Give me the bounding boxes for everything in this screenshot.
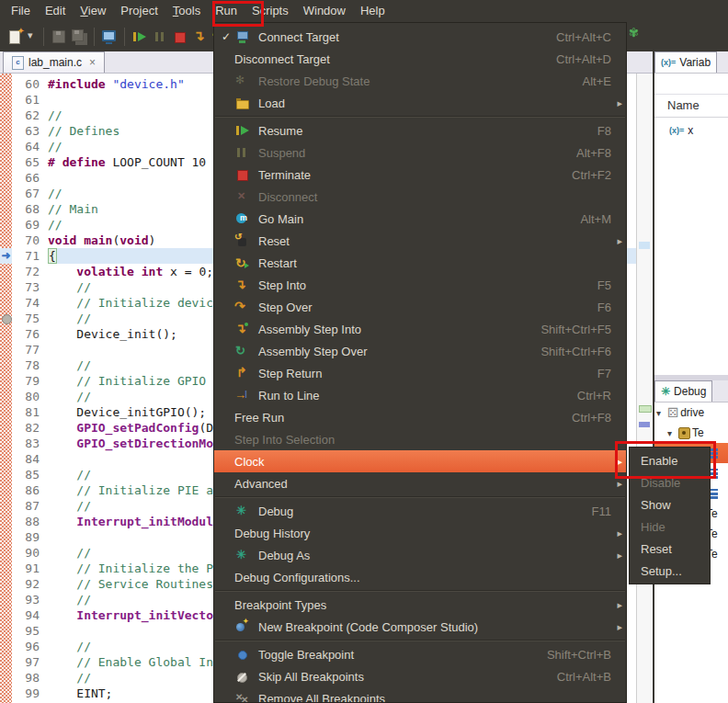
line-number: 85 [12, 467, 48, 482]
menu-item-breakpoint-types[interactable]: Breakpoint Types▸ [214, 594, 626, 616]
suspend-icon[interactable] [152, 28, 168, 45]
menu-item-assembly-step-into[interactable]: Assembly Step IntoShift+Ctrl+F5 [214, 318, 626, 340]
line-number: 94 [12, 607, 48, 623]
menu-item-restore-debug-state[interactable]: Restore Debug StateAlt+E [214, 70, 626, 92]
tab-lab-main-c[interactable]: c lab_main.c × [3, 51, 105, 73]
menu-item-step-into[interactable]: Step IntoF5 [214, 274, 626, 296]
menu-item-connect-target[interactable]: ✓Connect TargetCtrl+Alt+C [214, 26, 626, 48]
menu-item-assembly-step-over[interactable]: Assembly Step OverShift+Ctrl+F6 [214, 340, 626, 362]
terminate-icon[interactable] [172, 28, 188, 45]
menu-item-label: Restore Debug State [258, 74, 370, 88]
menu-item-label: Run to Line [258, 389, 320, 403]
code-segment: // Main [48, 202, 98, 216]
menu-dropdown-arrow-icon[interactable] [28, 28, 37, 45]
pin-icon[interactable]: ✾ [629, 26, 639, 40]
menu-item-label: New Breakpoint (Code Composer Studio) [258, 620, 478, 634]
menu-item-debug-history[interactable]: Debug History▸ [214, 522, 626, 544]
menubar-item-view[interactable]: View [73, 0, 113, 22]
tree-expander-icon[interactable]: ▾ [656, 408, 667, 418]
menu-item-toggle-breakpoint[interactable]: Toggle BreakpointShift+Ctrl+B [214, 643, 626, 665]
save-all-icon[interactable] [71, 28, 87, 45]
run-menu-dropdown: ✓Connect TargetCtrl+Alt+CDisconnect Targ… [213, 22, 627, 703]
menu-item-debug[interactable]: DebugF11 [214, 500, 626, 522]
c-file-icon: c [12, 56, 24, 70]
line-number: 69 [12, 217, 48, 232]
menu-item-debug-as[interactable]: Debug As▸ [214, 544, 626, 566]
menu-item-run-to-line[interactable]: Run to LineCtrl+R [214, 384, 626, 406]
debug-row-label: Te [692, 426, 704, 439]
menu-item-clock[interactable]: Clock▸ [214, 450, 626, 472]
code-segment [76, 233, 84, 247]
menu-item-label: Disconnect Target [234, 52, 330, 66]
menubar-item-edit[interactable]: Edit [38, 0, 73, 22]
toolbar-separator [124, 28, 125, 46]
line-number: 97 [12, 654, 48, 670]
menu-item-free-run[interactable]: Free RunCtrl+F8 [214, 406, 626, 428]
menubar-item-window[interactable]: Window [296, 0, 353, 22]
tab-debug[interactable]: ✳ Debug [654, 380, 712, 402]
menu-item-new-breakpoint-code-composer-studio[interactable]: New Breakpoint (Code Composer Studio)▸ [214, 616, 626, 638]
menubar-item-run[interactable]: Run [208, 0, 245, 22]
menubar-item-scripts[interactable]: Scripts [245, 0, 296, 22]
code-segment: main [84, 233, 112, 247]
submenu-item-enable[interactable]: Enable [630, 450, 710, 472]
overview-ruler[interactable] [636, 74, 652, 703]
menubar-item-tools[interactable]: Tools [165, 0, 208, 22]
code-segment: // Initialize PIE an [48, 483, 221, 497]
menu-item-go-main[interactable]: Go MainAlt+M [214, 208, 626, 230]
menu-item-disconnect[interactable]: Disconnect [214, 186, 626, 208]
code-segment [48, 608, 76, 622]
menu-item-remove-all-breakpoints[interactable]: Remove All Breakpoints [214, 687, 626, 703]
menu-item-suspend[interactable]: SuspendAlt+F8 [214, 142, 626, 164]
toolbar-separator [94, 28, 95, 46]
menubar-item-help[interactable]: Help [353, 0, 392, 22]
menu-item-reset[interactable]: Reset▸ [214, 230, 626, 252]
submenu-arrow-icon: ▸ [611, 235, 622, 247]
code-segment: volatile [76, 265, 134, 278]
menu-item-advanced[interactable]: Advanced▸ [214, 472, 626, 494]
step-into-icon[interactable] [192, 28, 209, 45]
code-segment: ) [149, 233, 156, 247]
menu-item-step-into-selection[interactable]: Step Into Selection [214, 428, 626, 450]
debug-monitor-icon[interactable] [101, 28, 118, 45]
submenu-item-setup[interactable]: Setup... [630, 561, 710, 583]
menu-separator [215, 590, 625, 592]
code-segment: // [48, 140, 63, 153]
submenu-item-show[interactable]: Show [630, 494, 710, 516]
resume-icon[interactable] [131, 28, 148, 45]
tree-expander-icon[interactable]: ▾ [667, 428, 678, 438]
menu-shortcut: Shift+Ctrl+F5 [540, 323, 611, 336]
annotation-ruler[interactable]: ➜ [0, 74, 12, 703]
menu-item-step-return[interactable]: Step ReturnF7 [214, 362, 626, 384]
debug-tree-row-0[interactable]: ▾⚄drive [654, 403, 728, 423]
menu-item-load[interactable]: Load▸ [214, 92, 626, 114]
submenu-item-reset[interactable]: Reset [630, 539, 710, 561]
submenu-arrow-icon: ▸ [611, 599, 622, 611]
menu-item-skip-all-breakpoints[interactable]: Skip All BreakpointsCtrl+Alt+B [214, 665, 626, 687]
menu-item-terminate[interactable]: TerminateCtrl+F2 [214, 164, 626, 186]
code-segment: # define [48, 155, 106, 169]
menu-item-step-over[interactable]: Step OverF6 [214, 296, 626, 318]
tab-variables[interactable]: (x)= Variab [654, 51, 717, 73]
code-segment: // [48, 280, 91, 294]
menubar-item-project[interactable]: Project [113, 0, 165, 22]
submenu-item-hide[interactable]: Hide [630, 516, 710, 539]
annotation-mark-blue [639, 422, 650, 427]
new-file-icon[interactable] [7, 28, 24, 45]
submenu-item-disable[interactable]: Disable [630, 472, 710, 494]
instruction-pointer-icon: ➜ [0, 248, 12, 264]
menu-item-disconnect-target[interactable]: Disconnect TargetCtrl+Alt+D [214, 48, 626, 70]
tab-label: lab_main.c [28, 56, 82, 69]
variable-row[interactable]: (x)=x [654, 121, 728, 140]
menu-item-debug-configurations[interactable]: Debug Configurations... [214, 566, 626, 588]
save-icon[interactable] [51, 28, 67, 45]
line-number: 73 [12, 279, 48, 295]
debug-tree-row-1[interactable]: ▾Te [654, 423, 728, 443]
menu-item-label: Terminate [258, 168, 311, 182]
menu-item-label: Advanced [234, 477, 288, 491]
tab-close-icon[interactable]: × [89, 56, 96, 69]
menu-item-restart[interactable]: Restart [214, 252, 626, 274]
menu-item-resume[interactable]: ResumeF8 [214, 119, 626, 142]
menubar-item-file[interactable]: File [4, 0, 38, 22]
variables-name-column-header[interactable]: Name [654, 94, 728, 118]
